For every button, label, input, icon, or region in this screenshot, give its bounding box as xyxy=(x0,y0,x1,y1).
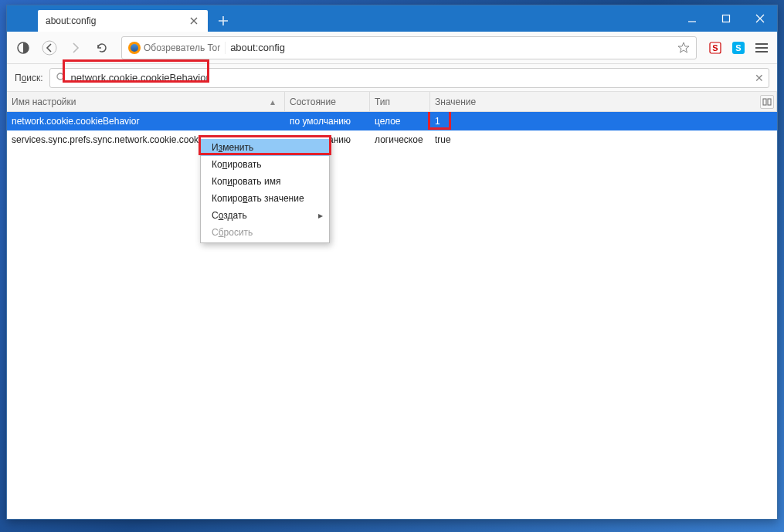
url-text: about:config xyxy=(230,42,673,53)
svg-text:S: S xyxy=(735,43,741,53)
identity-label: Обозреватель Tor xyxy=(144,42,220,53)
context-menu: Изменить Копировать Копировать имя Копир… xyxy=(200,137,330,243)
column-picker-icon[interactable] xyxy=(760,95,774,109)
hamburger-icon xyxy=(755,42,768,54)
pref-type: логическое xyxy=(370,130,430,149)
search-label: Поиск: xyxy=(15,73,43,83)
new-tab-button[interactable] xyxy=(212,12,234,30)
table-row[interactable]: network.cookie.cookieBehavior по умолчан… xyxy=(7,112,777,130)
clear-icon[interactable]: ✕ xyxy=(755,72,764,84)
identity-box[interactable]: Обозреватель Tor xyxy=(128,42,226,54)
svg-point-7 xyxy=(57,73,63,80)
url-bar[interactable]: Обозреватель Tor about:config xyxy=(121,36,697,59)
menu-item-copy[interactable]: Копировать xyxy=(201,156,329,173)
pref-value: 1 xyxy=(430,112,777,130)
close-icon[interactable] xyxy=(188,15,200,27)
toolbar-right-icons: S S xyxy=(704,37,772,59)
close-button[interactable] xyxy=(743,5,777,32)
sort-indicator-icon: ▴ xyxy=(270,97,275,107)
reload-button[interactable] xyxy=(90,36,114,59)
firefox-icon xyxy=(128,42,141,54)
shield-icon[interactable] xyxy=(12,36,35,59)
preferences-list: network.cookie.cookieBehavior по умолчан… xyxy=(7,112,777,519)
search-input[interactable] xyxy=(71,72,762,83)
svg-rect-0 xyxy=(723,15,730,22)
column-name[interactable]: Имя настройки ▴ xyxy=(7,92,285,111)
tab-about-config[interactable]: about:config xyxy=(38,10,208,32)
app-menu-button[interactable] xyxy=(751,37,772,59)
skype-icon[interactable]: S xyxy=(728,37,749,59)
noscript-icon[interactable]: S xyxy=(704,37,726,59)
bookmark-star-icon[interactable] xyxy=(677,42,690,54)
menu-item-modify[interactable]: Изменить xyxy=(201,139,329,156)
browser-window: about:config xyxy=(6,5,778,520)
svg-rect-8 xyxy=(763,99,766,105)
menu-item-copy-value[interactable]: Копировать значение xyxy=(201,190,329,207)
menu-item-reset: Сбросить xyxy=(201,224,329,241)
svg-text:S: S xyxy=(712,43,718,53)
pref-value: true xyxy=(430,130,777,149)
pref-type: целое xyxy=(370,112,430,130)
column-value[interactable]: Значение xyxy=(430,92,777,111)
column-headers: Имя настройки ▴ Состояние Тип Значение xyxy=(7,92,777,112)
pref-name: network.cookie.cookieBehavior xyxy=(7,112,285,130)
column-state[interactable]: Состояние xyxy=(285,92,370,111)
window-controls xyxy=(675,5,777,32)
table-row[interactable]: services.sync.prefs.sync.network.cookie.… xyxy=(7,130,777,149)
tab-label: about:config xyxy=(46,15,182,26)
maximize-button[interactable] xyxy=(709,5,743,32)
minimize-button[interactable] xyxy=(675,5,709,32)
chevron-right-icon: ▸ xyxy=(318,210,323,221)
pref-state: по умолчанию xyxy=(285,112,370,130)
forward-button[interactable] xyxy=(64,36,87,59)
search-field[interactable]: ✕ xyxy=(49,68,769,88)
column-type[interactable]: Тип xyxy=(370,92,430,111)
menu-item-create[interactable]: Создать▸ xyxy=(201,207,329,224)
svg-rect-9 xyxy=(768,99,771,105)
tab-strip: about:config xyxy=(7,5,234,32)
search-icon xyxy=(56,73,66,83)
menu-item-copy-name[interactable]: Копировать имя xyxy=(201,173,329,190)
titlebar: about:config xyxy=(7,5,777,32)
back-button[interactable] xyxy=(38,36,61,59)
about-config-searchbar: Поиск: ✕ xyxy=(7,64,777,92)
navigation-toolbar: Обозреватель Tor about:config S S xyxy=(7,32,777,64)
svg-point-2 xyxy=(42,41,56,55)
